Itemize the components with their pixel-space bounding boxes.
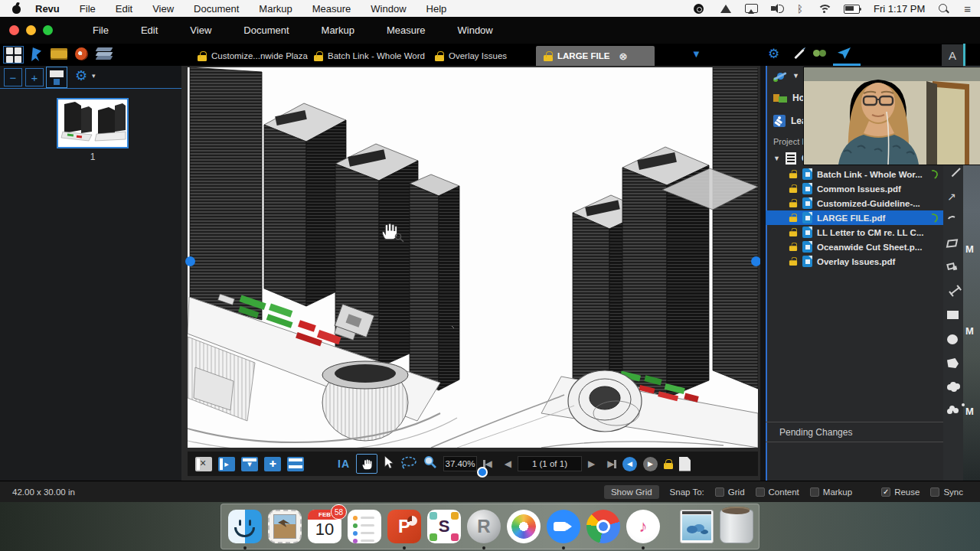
- tab-overflow-chevron-icon[interactable]: ▼: [691, 48, 701, 60]
- file-row-customized-guideline[interactable]: Customized-Guideline-...: [766, 196, 949, 210]
- next-page-button[interactable]: ▶: [588, 458, 595, 469]
- studio-icon[interactable]: [838, 47, 851, 59]
- toolbox-icon[interactable]: [51, 48, 67, 60]
- snap-markup-checkbox[interactable]: Markup: [810, 487, 852, 497]
- zoom-window-button[interactable]: [43, 25, 53, 35]
- sync-checkbox[interactable]: Sync: [930, 487, 963, 497]
- win-menu-document[interactable]: Document: [243, 24, 289, 36]
- panel-grid-icon[interactable]: [3, 46, 24, 64]
- menu-app-name[interactable]: Revu: [35, 3, 60, 15]
- page-setup-icon[interactable]: [679, 457, 691, 471]
- file-row-large-file[interactable]: LARGE FILE.pdf: [766, 210, 949, 225]
- file-row-batch-link[interactable]: Batch Link - Whole Wor...: [766, 167, 949, 181]
- snap-grid-checkbox[interactable]: Grid: [715, 487, 745, 497]
- select-text-icon[interactable]: IA: [338, 458, 350, 470]
- tab-customize[interactable]: Customize...nwide Plaza: [190, 46, 315, 66]
- settings-gear-icon[interactable]: ⚙: [768, 46, 779, 62]
- split-handle-left[interactable]: [185, 256, 195, 266]
- close-window-button[interactable]: [9, 25, 19, 35]
- split-close-icon[interactable]: [195, 457, 212, 471]
- pdf-page[interactable]: [188, 67, 758, 448]
- photos-dock-icon[interactable]: [506, 509, 541, 544]
- thumbnails-gear-caret[interactable]: ▾: [92, 72, 96, 80]
- scroll-position-pill[interactable]: [477, 467, 488, 478]
- cloud-window-dock-icon[interactable]: [679, 509, 714, 544]
- file-row-overlay-issues[interactable]: Overlay Issues.pdf: [766, 254, 949, 269]
- document-canvas[interactable]: ▸ ▾ ✚ IA 37.40% ◀ ◀ 1 (1 of 1) ▶ ▶: [181, 66, 760, 481]
- next-view-button[interactable]: ▶: [643, 457, 658, 471]
- lasso-tool-icon[interactable]: [400, 456, 417, 472]
- minimize-window-button[interactable]: [26, 25, 36, 35]
- polygon-tool-icon[interactable]: [947, 240, 959, 250]
- volume-icon[interactable]: [771, 3, 784, 15]
- measure-tool-icon[interactable]: [947, 287, 959, 298]
- tab-batch-link[interactable]: Batch Link - Whole Word: [306, 46, 433, 66]
- menu-file[interactable]: File: [80, 3, 96, 15]
- battery-icon[interactable]: [844, 3, 861, 15]
- markup-pencil-icon[interactable]: [794, 49, 804, 59]
- menu-view[interactable]: View: [152, 3, 174, 15]
- snap-content-checkbox[interactable]: Content: [756, 487, 799, 497]
- rectangle-tool-icon[interactable]: [947, 311, 959, 321]
- drive-status-icon[interactable]: [719, 3, 732, 15]
- layers-icon[interactable]: [96, 47, 113, 60]
- pending-changes-header[interactable]: Pending Changes: [766, 422, 949, 442]
- apple-menu-icon[interactable]: [11, 3, 21, 14]
- tab-close-icon[interactable]: ⊗: [619, 51, 627, 62]
- record-status-icon[interactable]: [693, 3, 706, 15]
- win-menu-window[interactable]: Window: [458, 24, 493, 36]
- notification-center-icon[interactable]: ≡: [964, 3, 971, 15]
- chevron-down-icon[interactable]: ▼: [792, 72, 799, 80]
- menu-document[interactable]: Document: [194, 3, 239, 15]
- cloud-tool-icon[interactable]: [947, 382, 959, 393]
- reminders-dock-icon[interactable]: [347, 509, 382, 544]
- menu-help[interactable]: Help: [426, 3, 447, 15]
- thumbnails-gear-icon[interactable]: ⚙: [75, 67, 87, 84]
- zoom-dock-icon[interactable]: [546, 509, 581, 544]
- menubar-clock[interactable]: Fri 1:17 PM: [874, 3, 925, 15]
- slack-dock-icon[interactable]: S: [426, 509, 462, 544]
- powerpoint-dock-icon[interactable]: P: [387, 509, 422, 544]
- chevron-down-icon[interactable]: ▼: [773, 155, 780, 162]
- ellipse-tool-icon[interactable]: [947, 334, 959, 345]
- pan-tool-button[interactable]: [356, 454, 377, 474]
- mail-dock-icon[interactable]: [267, 509, 302, 544]
- bluetooth-icon[interactable]: ᛒ: [797, 3, 805, 15]
- tab-overlay-issues[interactable]: Overlay Issues: [427, 46, 514, 66]
- win-menu-edit[interactable]: Edit: [141, 24, 158, 36]
- previous-page-button[interactable]: ◀: [505, 458, 511, 469]
- file-row-ll-letter[interactable]: LL Letter to CM re. LL C...: [766, 225, 949, 240]
- polyline-tool-icon[interactable]: [947, 263, 959, 274]
- menu-window[interactable]: Window: [371, 3, 406, 15]
- zoom-tool-icon[interactable]: [423, 455, 437, 472]
- zoom-in-thumbnails-button[interactable]: +: [25, 68, 44, 86]
- page-display-button[interactable]: [46, 67, 67, 88]
- file-row-common-issues[interactable]: Common Issues.pdf: [766, 181, 949, 196]
- last-page-button[interactable]: ▶: [607, 458, 616, 469]
- tab-large-file[interactable]: LARGE FILE ⊗: [536, 46, 655, 66]
- arc-tool-icon[interactable]: [947, 216, 959, 227]
- polygon-fill-tool-icon[interactable]: [947, 358, 959, 369]
- wifi-icon[interactable]: [818, 3, 831, 15]
- reuse-checkbox[interactable]: ✓Reuse: [881, 487, 920, 497]
- calendar-dock-icon[interactable]: FEB1058: [307, 509, 342, 544]
- properties-panel-letter[interactable]: A: [942, 44, 963, 66]
- line-tool-icon[interactable]: [947, 168, 959, 179]
- menu-measure[interactable]: Measure: [312, 3, 351, 15]
- page-thumbnail[interactable]: [57, 98, 129, 148]
- split-right-icon[interactable]: ▸: [218, 457, 235, 471]
- menu-edit[interactable]: Edit: [116, 3, 132, 15]
- fit-view-icon[interactable]: ✚: [264, 457, 281, 471]
- win-menu-measure[interactable]: Measure: [387, 24, 426, 36]
- zoom-out-thumbnails-button[interactable]: −: [4, 68, 22, 86]
- split-bottom-icon[interactable]: ▾: [241, 457, 258, 471]
- zoom-level-field[interactable]: 37.40%: [443, 456, 477, 471]
- bookmark-icon[interactable]: [31, 47, 41, 61]
- cloud-plus-tool-icon[interactable]: [947, 406, 959, 416]
- revu-dock-icon[interactable]: R: [466, 509, 501, 544]
- page-number-field[interactable]: 1 (1 of 1): [518, 456, 582, 471]
- arrow-tool-icon[interactable]: ↗: [947, 192, 959, 203]
- document-lock-icon[interactable]: [664, 459, 673, 469]
- previous-view-button[interactable]: ◀: [622, 457, 637, 471]
- airplay-icon[interactable]: [745, 3, 758, 15]
